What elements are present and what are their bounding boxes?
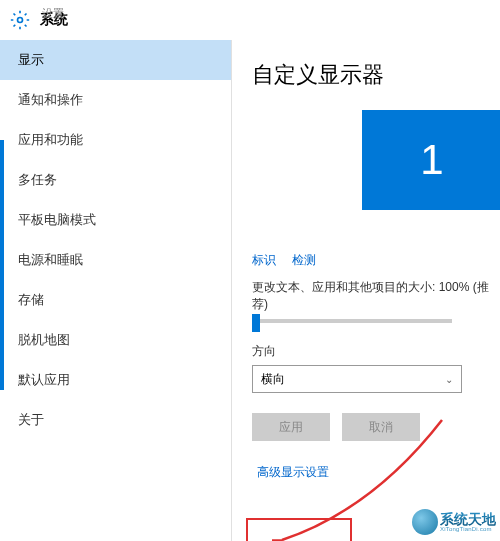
sidebar-item-display[interactable]: 显示 [0, 40, 231, 80]
gear-icon [10, 10, 30, 30]
monitor-number: 1 [420, 136, 443, 184]
decorative-edge [0, 140, 4, 390]
sidebar-item-power[interactable]: 电源和睡眠 [0, 240, 231, 280]
sidebar-item-notifications[interactable]: 通知和操作 [0, 80, 231, 120]
sidebar-item-tablet[interactable]: 平板电脑模式 [0, 200, 231, 240]
sidebar-item-multitask[interactable]: 多任务 [0, 160, 231, 200]
orientation-value: 横向 [261, 371, 285, 388]
sidebar-item-maps[interactable]: 脱机地图 [0, 320, 231, 360]
back-label: 设置 [42, 6, 64, 21]
main-title: 自定义显示器 [252, 60, 500, 90]
watermark: 系统天地 XiTongTianDi.com [412, 509, 496, 535]
watermark-en: XiTongTianDi.com [440, 526, 496, 532]
advanced-display-link[interactable]: 高级显示设置 [252, 461, 334, 484]
watermark-logo-icon [412, 509, 438, 535]
cancel-button[interactable]: 取消 [342, 413, 420, 441]
sidebar-item-default-apps[interactable]: 默认应用 [0, 360, 231, 400]
main-content: 自定义显示器 1 标识 检测 更改文本、应用和其他项目的大小: 100% (推荐… [232, 40, 500, 541]
apply-button[interactable]: 应用 [252, 413, 330, 441]
orientation-select[interactable]: 横向 ⌄ [252, 365, 462, 393]
sidebar: 显示 通知和操作 应用和功能 多任务 平板电脑模式 电源和睡眠 存储 脱机地图 … [0, 40, 232, 541]
watermark-cn: 系统天地 [440, 512, 496, 526]
identify-link[interactable]: 标识 [252, 253, 276, 267]
scale-label: 更改文本、应用和其他项目的大小: 100% (推荐) [252, 279, 500, 313]
header: 系统 [0, 0, 500, 40]
monitor-preview[interactable]: 1 [362, 110, 500, 210]
sidebar-item-about[interactable]: 关于 [0, 400, 231, 440]
svg-point-0 [18, 18, 23, 23]
scale-slider[interactable] [252, 319, 452, 323]
slider-thumb[interactable] [252, 314, 260, 332]
sidebar-item-storage[interactable]: 存储 [0, 280, 231, 320]
highlight-box [246, 518, 352, 541]
monitor-actions: 标识 检测 [252, 250, 500, 269]
sidebar-item-apps[interactable]: 应用和功能 [0, 120, 231, 160]
detect-link[interactable]: 检测 [292, 253, 316, 267]
chevron-down-icon: ⌄ [445, 374, 453, 385]
orientation-label: 方向 [252, 343, 500, 360]
